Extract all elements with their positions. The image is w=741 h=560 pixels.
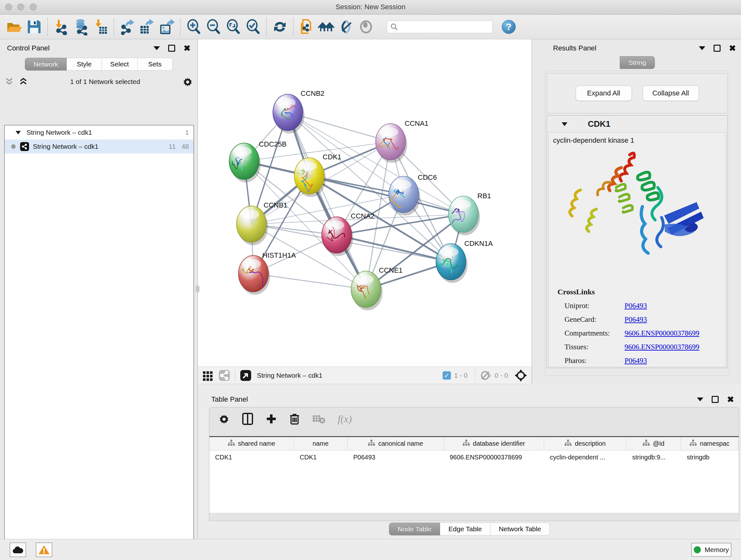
delete-table-icon[interactable]: [312, 414, 326, 424]
warnings-button[interactable]: [36, 543, 52, 557]
edge-HIST1H1A-CCNE1[interactable]: [253, 273, 366, 289]
zoom-fit-button[interactable]: [223, 17, 243, 37]
network-status-dot: [11, 144, 16, 149]
crosslink-link[interactable]: P06493: [624, 357, 647, 365]
grid-mode-icon[interactable]: [202, 370, 213, 381]
network-row[interactable]: String Network – cdk1 11 48: [5, 139, 193, 153]
network-view-canvas[interactable]: CCNB2CCNA1CDC25BCDK1CDC6RB1CCNB1CCNA2CDK…: [198, 39, 532, 367]
zoom-out-button[interactable]: [204, 17, 223, 37]
tab-edge-table[interactable]: Edge Table: [440, 523, 490, 536]
node-CDKN1A[interactable]: CDKN1A: [436, 240, 493, 283]
collapse-all-icon[interactable]: [4, 78, 14, 86]
panel-menu-icon[interactable]: [697, 397, 703, 401]
export-table-button[interactable]: [137, 17, 157, 37]
edge-CCNA2-CDKN1A[interactable]: [337, 235, 451, 262]
node-CCNB1[interactable]: CCNB1: [237, 201, 287, 245]
memory-button[interactable]: Memory: [691, 543, 731, 557]
toolbar-search[interactable]: [387, 20, 493, 33]
expand-all-button[interactable]: Expand All: [576, 85, 632, 101]
panel-close-icon[interactable]: ✖: [729, 45, 736, 52]
apply-layout-button[interactable]: [270, 17, 290, 37]
help-button[interactable]: ?: [502, 20, 516, 34]
column-header-name[interactable]: name: [294, 437, 347, 450]
function-builder-icon[interactable]: f(x): [338, 413, 352, 425]
column-header-canonical-name[interactable]: canonical name: [347, 437, 444, 450]
table-row[interactable]: CDK1CDK1P064939606.ENSP00000378699cyclin…: [209, 450, 739, 464]
column-header-shared-name[interactable]: shared name: [209, 437, 294, 450]
import-table-button[interactable]: [91, 17, 111, 37]
tree-expander-icon[interactable]: [15, 130, 21, 135]
export-network-button[interactable]: [118, 17, 137, 37]
column-type-icon: [564, 440, 571, 448]
zoom-in-button[interactable]: [184, 17, 204, 37]
crosslink-link[interactable]: 9606.ENSP00000378699: [624, 343, 699, 351]
panel-float-icon[interactable]: [712, 396, 719, 403]
gene-entry-header[interactable]: CDK1: [547, 116, 727, 132]
column-header-database-identifier[interactable]: database identifier: [444, 437, 544, 450]
gear-icon[interactable]: [182, 76, 193, 87]
panel-menu-icon[interactable]: [699, 46, 705, 50]
search-input[interactable]: [401, 23, 489, 30]
panel-float-icon[interactable]: [168, 45, 175, 52]
fit-selected-crosshair-icon[interactable]: [515, 369, 527, 382]
node-CCNA1[interactable]: CCNA1: [376, 119, 428, 163]
node-RB1[interactable]: RB1: [448, 192, 491, 235]
panel-menu-icon[interactable]: [153, 46, 160, 50]
network-collection-row[interactable]: String Network – cdk1 1: [5, 125, 193, 139]
entry-expander-icon[interactable]: [561, 121, 568, 127]
left-splitter-handle[interactable]: [196, 286, 199, 293]
network-share-icon[interactable]: [218, 369, 230, 381]
expand-all-icon[interactable]: [18, 78, 28, 86]
add-column-icon[interactable]: [266, 413, 277, 425]
panel-float-icon[interactable]: [714, 45, 721, 52]
panel-close-icon[interactable]: ✖: [727, 396, 734, 403]
tab-sets[interactable]: Sets: [138, 58, 173, 71]
show-hide-button[interactable]: [356, 17, 376, 37]
column-header-description[interactable]: description: [544, 437, 626, 450]
tab-network-table[interactable]: Network Table: [490, 523, 550, 536]
crosslink-row: Pharos:P06493: [557, 357, 720, 365]
cloud-status-button[interactable]: [10, 543, 26, 557]
column-header-@id[interactable]: @id: [626, 437, 681, 450]
collapse-all-button[interactable]: Collapse All: [643, 85, 699, 101]
tab-style[interactable]: Style: [67, 58, 102, 71]
table-cell[interactable]: cyclin-dependent ...: [544, 454, 626, 461]
crosslink-link[interactable]: 9606.ENSP00000378699: [624, 329, 699, 337]
export-image-button[interactable]: [157, 17, 177, 37]
string-home-button[interactable]: [317, 17, 336, 37]
tab-node-table[interactable]: Node Table: [389, 523, 440, 536]
tab-select[interactable]: Select: [102, 58, 137, 71]
panel-close-icon[interactable]: ✖: [184, 45, 191, 52]
delete-column-trash-icon[interactable]: [289, 413, 300, 425]
node-CCNB2[interactable]: CCNB2: [273, 89, 325, 133]
crosslinks-title: CrossLinks: [557, 288, 720, 296]
tab-network[interactable]: Network: [25, 58, 67, 71]
crosslink-link[interactable]: P06493: [624, 315, 647, 324]
tab-string[interactable]: String: [620, 56, 655, 69]
crosslink-label: Compartments:: [557, 329, 624, 337]
column-header-namespac[interactable]: namespac: [681, 437, 738, 450]
node-CCNA2[interactable]: CCNA2: [322, 212, 375, 256]
table-cell[interactable]: CDK1: [209, 454, 294, 461]
enhanced-labels-toggle-button[interactable]: [336, 17, 356, 37]
node-HIST1H1A[interactable]: HIST1H1A: [239, 251, 296, 295]
table-cell[interactable]: stringdb:9...: [626, 454, 681, 461]
select-columns-icon[interactable]: [242, 413, 253, 425]
table-settings-gear-icon[interactable]: [218, 413, 230, 425]
table-cell[interactable]: CDK1: [294, 454, 347, 461]
string-network-graph[interactable]: CCNB2CCNA1CDC25BCDK1CDC6RB1CCNB1CCNA2CDK…: [198, 39, 532, 367]
import-network-from-database-button[interactable]: [71, 17, 91, 37]
save-session-button[interactable]: [24, 17, 44, 37]
zoom-selected-button[interactable]: [243, 17, 263, 37]
hidden-items-icon[interactable]: [480, 371, 491, 380]
edge-CCNB2-CCNE1[interactable]: [288, 112, 366, 289]
table-cell[interactable]: 9606.ENSP00000378699: [444, 454, 544, 461]
birds-eye-view-icon[interactable]: [240, 369, 252, 381]
clone-network-button[interactable]: [297, 17, 317, 37]
selected-items-checkbox[interactable]: ✓: [443, 371, 451, 380]
import-network-button[interactable]: [51, 17, 71, 37]
table-cell[interactable]: P06493: [347, 454, 444, 461]
open-session-button[interactable]: [4, 17, 24, 37]
table-cell[interactable]: stringdb: [681, 454, 738, 461]
crosslink-link[interactable]: P06493: [624, 302, 647, 310]
